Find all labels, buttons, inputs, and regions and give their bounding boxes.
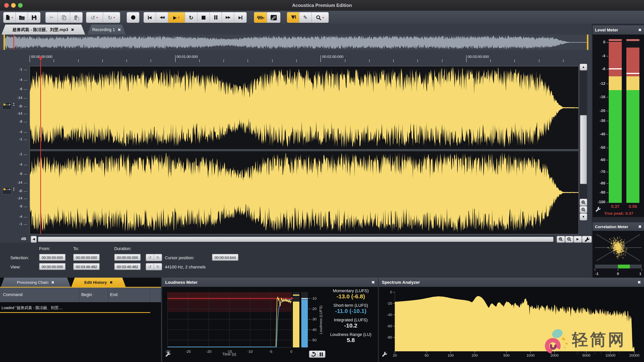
view-start-marker[interactable] <box>4 35 5 50</box>
overview-waveform-strip[interactable] <box>0 35 592 51</box>
redo-button[interactable]: ↻▼ <box>103 12 120 23</box>
scroll-down-button[interactable]: ▼ <box>580 213 587 220</box>
spectrum-settings-wrench-icon[interactable] <box>382 351 387 357</box>
db-label: -14 <box>0 112 22 115</box>
envelope-control-right[interactable] <box>2 187 12 194</box>
waveform-channel-right[interactable] <box>30 151 579 234</box>
rewind-button[interactable]: ◀◀ <box>156 12 168 23</box>
tab-edit-history-close-icon[interactable]: ✖ <box>110 280 113 284</box>
scroll-right-button[interactable]: ▶ <box>574 236 582 243</box>
selection-to-field[interactable]: 00:00:00:000 <box>73 254 100 261</box>
down-arrow-icon: ▼ <box>582 215 585 218</box>
spinner-up-icon[interactable]: ▲ <box>13 187 15 189</box>
level-scale-label: 0 <box>593 40 605 44</box>
spinner-up-icon[interactable]: ▲ <box>13 102 15 104</box>
open-file-button[interactable] <box>16 12 28 23</box>
stop-button[interactable] <box>198 12 210 23</box>
level-bar-segment <box>609 76 622 90</box>
spinner-down-icon[interactable]: ▼ <box>13 189 15 191</box>
level-peak-left-value[interactable]: 0.37 <box>606 204 624 209</box>
redo-dropdown-icon[interactable]: ▼ <box>113 16 116 19</box>
tab-file-close-icon[interactable]: ✖ <box>71 28 74 32</box>
new-file-dropdown-icon[interactable]: ▼ <box>11 16 14 19</box>
ruler-tick <box>296 60 297 62</box>
channel-spinner-left[interactable]: ▲▼ <box>12 102 16 107</box>
column-divider[interactable] <box>150 288 150 302</box>
spectrum-view-button[interactable] <box>267 12 280 23</box>
horizontal-zoom-out-button[interactable] <box>565 236 574 243</box>
loop-button[interactable]: ↻ <box>185 12 198 23</box>
copy-button[interactable] <box>58 12 70 23</box>
waveform-channel-left[interactable] <box>30 66 579 150</box>
correlation-meter-close-icon[interactable]: ✖ <box>638 224 642 229</box>
db-tick-mark <box>24 114 27 114</box>
tab-edit-history[interactable]: Edit History ✖ <box>71 278 126 287</box>
view-end-marker[interactable] <box>587 35 588 50</box>
vertical-zoom-out-button[interactable] <box>580 206 587 213</box>
tab-recording[interactable]: Recording 1 ✖ <box>88 25 126 35</box>
undo-button[interactable]: ↺▼ <box>86 12 103 23</box>
time-ruler[interactable]: 00:00:00:00000:01:00:00000:02:00:00000:0… <box>30 54 579 62</box>
view-to-field[interactable]: 00:03:46:482 <box>73 263 100 270</box>
cut-button[interactable]: ✂ <box>46 12 58 23</box>
level-tick-mark <box>606 84 608 84</box>
horizontal-scroll-thumb[interactable] <box>38 237 554 242</box>
fast-forward-button[interactable]: ▶▶ <box>222 12 234 23</box>
cursor-position-field[interactable]: 00:00:04:644 <box>212 254 238 261</box>
waveform-settings-button[interactable] <box>582 236 592 243</box>
view-redo-button[interactable]: ↻ <box>154 263 162 270</box>
view-duration-field[interactable]: 00:03:46:482 <box>114 263 141 270</box>
record-button[interactable] <box>127 12 139 23</box>
ruler-tick <box>563 60 564 62</box>
loudness-meter-close-icon[interactable]: ✖ <box>372 280 375 285</box>
ruler-tick <box>151 60 151 62</box>
spectrogram-icon <box>271 15 277 20</box>
zoom-dropdown-icon[interactable]: ▼ <box>322 16 324 19</box>
level-meter-panel: Level Meter ✖ 0-4-8-12-16-20-30-40-50-60… <box>593 25 644 217</box>
play-button[interactable]: ▶▼ <box>168 12 185 23</box>
go-to-end-button[interactable]: ▶ <box>234 12 246 23</box>
history-row-command[interactable]: Loaded "超兽武装 - 陈洁丽、刘罡.... <box>2 305 63 311</box>
view-undo-button[interactable]: ↺ <box>146 263 154 270</box>
paste-button[interactable] <box>70 12 82 23</box>
loudness-reset-button[interactable] <box>309 351 318 357</box>
save-button[interactable] <box>28 12 40 23</box>
level-peak-right-value[interactable]: 0.06 <box>624 204 642 209</box>
play-dropdown-icon[interactable]: ▼ <box>178 16 180 19</box>
view-from-field[interactable]: 00:00:00:000 <box>39 263 66 270</box>
tab-processing-chain[interactable]: Processing Chain ✖ <box>1 278 70 287</box>
spectrum-analyzer-close-icon[interactable]: ✖ <box>638 280 641 285</box>
level-meter-close-icon[interactable]: ✖ <box>638 28 642 33</box>
tab-file[interactable]: 超兽武装 - 陈洁丽、刘罡.mp3 ✖ <box>2 25 85 35</box>
rewind-icon: ◀◀ <box>160 16 164 19</box>
draw-tool-button[interactable]: ✎ <box>300 12 312 23</box>
db-tick-mark <box>24 89 27 90</box>
selection-undo-button[interactable]: ↺ <box>146 254 154 261</box>
waveform-view-button[interactable] <box>254 12 267 23</box>
db-label: -14 <box>0 181 22 184</box>
column-divider[interactable] <box>79 288 79 302</box>
envelope-control-left[interactable] <box>2 102 12 110</box>
pause-button[interactable] <box>210 12 222 23</box>
go-to-start-button[interactable]: ◀ <box>144 12 156 23</box>
channel-spinner-right[interactable]: ▲▼ <box>12 187 16 191</box>
loudness-pause-button[interactable] <box>318 351 325 357</box>
selection-redo-button[interactable]: ↻ <box>154 254 162 261</box>
vertical-scroll-thumb[interactable] <box>580 115 587 184</box>
range-label: Loudness Range (LU) <box>324 332 378 337</box>
spinner-down-icon[interactable]: ▼ <box>13 104 15 107</box>
column-divider[interactable] <box>108 288 108 302</box>
zoom-tool-button[interactable]: ▼ <box>312 12 328 23</box>
tab-recording-close-icon[interactable]: ✖ <box>118 28 121 32</box>
selection-tool-button[interactable] <box>287 12 300 23</box>
selection-duration-field[interactable]: 00:00:00:000 <box>114 254 141 261</box>
scroll-up-button[interactable]: ▲ <box>580 64 587 71</box>
vertical-zoom-in-button[interactable] <box>580 199 587 206</box>
tab-processing-chain-close-icon[interactable]: ✖ <box>51 280 54 284</box>
scroll-left-button[interactable]: ◀ <box>31 236 37 243</box>
undo-dropdown-icon[interactable]: ▼ <box>96 16 98 19</box>
loudness-settings-wrench-icon[interactable] <box>165 351 170 357</box>
horizontal-zoom-in-button[interactable] <box>556 236 565 243</box>
new-file-button[interactable]: ▼ <box>4 12 16 23</box>
selection-from-field[interactable]: 00:00:00:000 <box>39 254 66 261</box>
